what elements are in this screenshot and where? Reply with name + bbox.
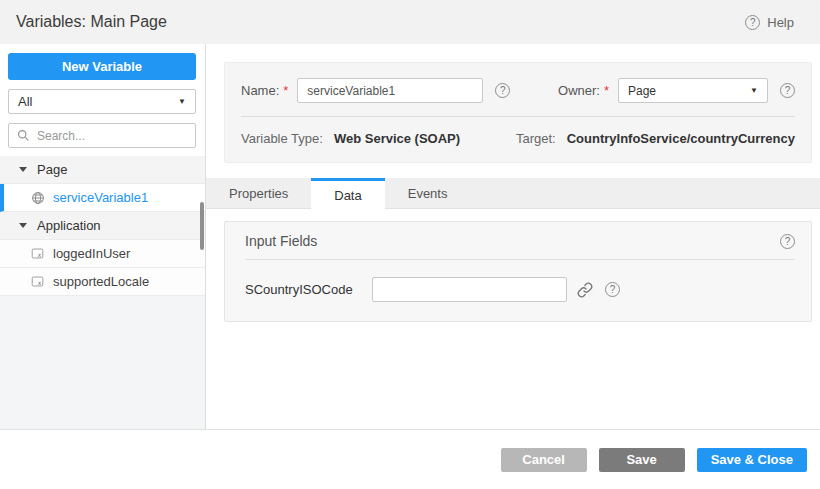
chevron-down-icon: ▼	[178, 97, 186, 106]
variable-type-value: Web Service (SOAP)	[334, 131, 460, 146]
variable-filter-value: All	[18, 94, 32, 109]
cancel-button[interactable]: Cancel	[501, 448, 587, 472]
required-asterisk: *	[604, 83, 609, 98]
variable-icon: x	[30, 275, 45, 288]
tree-item-label: supportedLocale	[53, 274, 149, 289]
help-label: Help	[767, 15, 794, 30]
variable-type-label: Variable Type:	[241, 131, 323, 146]
new-variable-button[interactable]: New Variable	[8, 53, 196, 80]
tab-properties[interactable]: Properties	[206, 178, 311, 209]
target-label: Target:	[516, 131, 556, 146]
bind-link-icon[interactable]	[577, 282, 593, 298]
variable-summary-panel: Name: * ? Owner: * Page ▼ ?	[224, 62, 812, 163]
field-value-input[interactable]	[372, 277, 567, 302]
save-and-close-button[interactable]: Save & Close	[697, 448, 807, 472]
tree-item-logged-in-user[interactable]: x loggedInUser	[0, 240, 205, 268]
sidebar-scrollbar[interactable]	[200, 202, 204, 250]
tab-events[interactable]: Events	[385, 178, 471, 209]
svg-text:x: x	[38, 251, 42, 258]
target-value: CountryInfoService/countryCurrency	[567, 131, 795, 146]
tree-item-supported-locale[interactable]: x supportedLocale	[0, 268, 205, 296]
variables-sidebar: New Variable All ▼ Search... Page	[0, 44, 206, 429]
tree-group-label: Page	[37, 162, 67, 177]
input-fields-title: Input Fields	[245, 233, 317, 249]
collapse-caret-icon[interactable]	[19, 223, 27, 228]
name-label: Name:	[241, 83, 279, 98]
owner-value: Page	[628, 84, 656, 98]
required-asterisk: *	[283, 83, 288, 98]
tab-data[interactable]: Data	[311, 178, 384, 210]
tree-group-label: Application	[37, 218, 101, 233]
tree-group-application[interactable]: Application	[0, 212, 205, 240]
save-button[interactable]: Save	[599, 448, 685, 472]
search-placeholder: Search...	[37, 129, 85, 143]
page-title: Variables: Main Page	[16, 13, 167, 31]
web-service-icon	[30, 191, 45, 205]
chevron-down-icon: ▼	[750, 86, 758, 95]
collapse-caret-icon[interactable]	[19, 167, 27, 172]
input-fields-help-icon[interactable]: ?	[780, 234, 795, 249]
owner-select[interactable]: Page ▼	[618, 78, 768, 103]
search-icon	[16, 129, 31, 142]
help-button[interactable]: ? Help	[745, 15, 794, 30]
owner-label: Owner:	[558, 83, 600, 98]
svg-text:x: x	[38, 279, 42, 286]
owner-help-icon[interactable]: ?	[780, 83, 795, 98]
field-help-icon[interactable]: ?	[605, 282, 620, 297]
help-icon: ?	[745, 15, 760, 30]
detail-tabs: Properties Data Events	[206, 178, 820, 209]
name-help-icon[interactable]: ?	[495, 83, 510, 98]
field-label: SCountryISOCode	[245, 282, 372, 297]
tree-item-service-variable[interactable]: serviceVariable1	[0, 184, 205, 212]
variable-detail-pane: Name: * ? Owner: * Page ▼ ?	[206, 44, 820, 429]
tree-item-label: loggedInUser	[53, 246, 130, 261]
variable-icon: x	[30, 247, 45, 260]
tree-group-page[interactable]: Page	[0, 156, 205, 184]
sidebar-empty-area	[0, 296, 205, 429]
action-footer: Cancel Save Save & Close	[0, 429, 820, 489]
variables-tree: Page serviceVariable1 Application	[0, 156, 205, 296]
name-input[interactable]	[297, 78, 483, 103]
tab-content-data: Input Fields ? SCountryISOCode ?	[206, 209, 820, 429]
page-header: Variables: Main Page ? Help	[0, 0, 820, 44]
variable-filter-select[interactable]: All ▼	[8, 89, 196, 114]
input-fields-panel: Input Fields ? SCountryISOCode ?	[224, 221, 812, 322]
tree-item-label: serviceVariable1	[53, 190, 148, 205]
input-field-row: SCountryISOCode ?	[225, 260, 811, 321]
search-input[interactable]: Search...	[8, 123, 196, 148]
